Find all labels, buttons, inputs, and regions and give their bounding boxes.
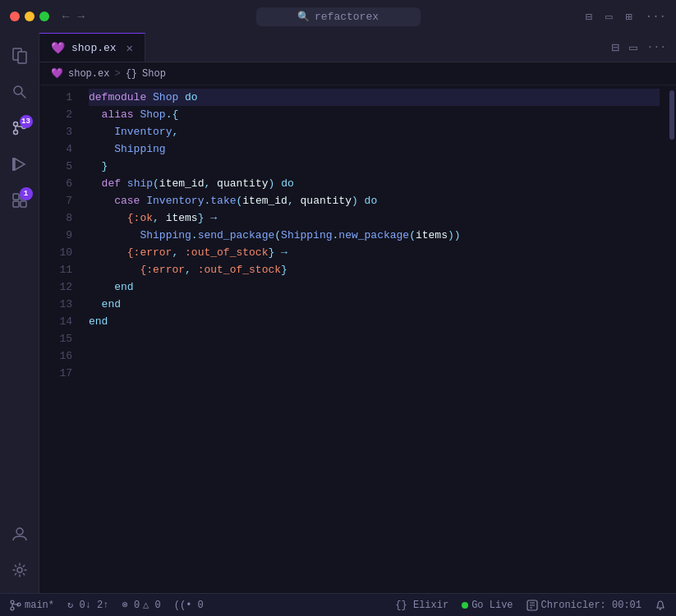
- titlebar: ← → 🔍 refactorex ⊟ ▭ ⊞ ···: [0, 0, 676, 33]
- svg-point-4: [13, 122, 17, 126]
- svg-rect-11: [13, 201, 19, 207]
- split-editor-icon[interactable]: ⊟: [585, 10, 591, 24]
- layout-icon[interactable]: ⊞: [625, 10, 632, 24]
- close-button[interactable]: [10, 11, 20, 21]
- toggle-panel-icon[interactable]: ▭: [629, 39, 637, 56]
- elixir-file-icon: 💜: [51, 41, 65, 55]
- code-editor[interactable]: 1 2 3 4 5 6 7 8 9 10 11 12 13 14 15 16 1…: [39, 85, 676, 593]
- titlebar-actions: ⊟ ▭ ⊞ ···: [585, 10, 666, 24]
- svg-point-13: [16, 528, 23, 535]
- tab-bar-actions: ⊟ ▭ ···: [601, 33, 676, 62]
- code-line-10: Shipping.send_package(Shipping.new_packa…: [89, 227, 660, 244]
- code-line-2: alias Shop.{: [89, 106, 660, 123]
- svg-point-5: [13, 131, 17, 135]
- maximize-button[interactable]: [39, 11, 49, 21]
- tab-label: shop.ex: [71, 42, 117, 54]
- go-live-button[interactable]: Go Live: [462, 600, 513, 611]
- code-line-15: end: [89, 296, 660, 313]
- git-badge: 13: [20, 115, 33, 128]
- minimize-button[interactable]: [25, 11, 34, 21]
- svg-rect-12: [21, 201, 26, 207]
- status-sync[interactable]: ↻ 0↓ 2↑: [67, 599, 108, 611]
- errors-label: ⊗ 0: [122, 599, 140, 611]
- panel-icon[interactable]: ▭: [605, 10, 612, 24]
- breadcrumb-sep1: >: [114, 68, 120, 80]
- run-button[interactable]: [3, 148, 36, 181]
- scrollbar-thumb[interactable]: [669, 90, 674, 140]
- statusbar: main* ↻ 0↓ 2↑ ⊗ 0 △ 0 ((• 0 {} Elixir Go…: [0, 593, 676, 616]
- code-line-5: }: [89, 158, 660, 175]
- svg-point-15: [11, 600, 14, 604]
- status-broadcast[interactable]: ((• 0: [174, 600, 204, 611]
- split-right-icon[interactable]: ⊟: [611, 39, 619, 56]
- tab-bar: 💜 shop.ex ✕ ⊟ ▭ ···: [39, 33, 676, 62]
- nav-controls: ← →: [62, 10, 85, 23]
- traffic-lights: [10, 11, 49, 21]
- more-actions-icon[interactable]: ···: [647, 41, 666, 53]
- breadcrumb-module[interactable]: Shop: [142, 68, 166, 80]
- go-live-label: Go Live: [471, 600, 513, 611]
- svg-line-3: [21, 94, 25, 98]
- code-content[interactable]: defmodule Shop do alias Shop.{ Inventory…: [80, 89, 668, 593]
- search-icon: 🔍: [297, 11, 310, 23]
- svg-marker-7: [15, 159, 25, 170]
- search-button[interactable]: [3, 76, 36, 108]
- sync-label: ↻ 0↓ 2↑: [67, 599, 108, 611]
- code-line-9: {:ok, items} →: [89, 209, 660, 227]
- chronicler-label: Chronicler: 00:01: [541, 600, 642, 611]
- back-button[interactable]: ←: [62, 10, 69, 23]
- search-bar[interactable]: 🔍 refactorex: [256, 7, 421, 26]
- explorer-button[interactable]: [3, 39, 36, 72]
- svg-rect-1: [18, 52, 26, 63]
- code-line-14: end: [89, 278, 660, 296]
- notification-bell[interactable]: [655, 600, 666, 611]
- extensions-button[interactable]: 1: [3, 184, 36, 217]
- settings-button[interactable]: [3, 554, 36, 586]
- main-layout: 13 1: [0, 33, 676, 593]
- code-line-16: end: [89, 313, 660, 330]
- branch-label: main*: [25, 600, 54, 611]
- code-line-4: Shipping: [89, 140, 660, 158]
- forward-button[interactable]: →: [77, 10, 84, 23]
- status-errors[interactable]: ⊗ 0 △ 0: [122, 599, 160, 611]
- code-line-13: {:error, :out_of_stock}: [89, 261, 660, 278]
- broadcast-label: ((• 0: [174, 600, 204, 611]
- account-button[interactable]: [3, 517, 36, 550]
- breadcrumb-file[interactable]: shop.ex: [68, 68, 109, 80]
- line-numbers: 1 2 3 4 5 6 7 8 9 10 11 12 13 14 15 16 1…: [39, 89, 80, 593]
- svg-rect-8: [12, 158, 15, 171]
- git-button[interactable]: 13: [3, 112, 36, 145]
- code-line-12: {:error, :out_of_stock} →: [89, 244, 660, 261]
- svg-rect-9: [13, 194, 19, 200]
- search-text: refactorex: [315, 11, 379, 23]
- breadcrumb-braces: {}: [126, 68, 137, 80]
- chronicler-status[interactable]: Chronicler: 00:01: [527, 600, 642, 611]
- code-line-1: defmodule Shop do: [89, 89, 660, 106]
- status-language[interactable]: {} Elixir: [395, 600, 448, 611]
- code-line-3: Inventory,: [89, 123, 660, 140]
- status-branch[interactable]: main*: [10, 600, 54, 611]
- svg-point-14: [17, 568, 22, 572]
- go-live-dot: [462, 602, 468, 609]
- warnings-label: △ 0: [143, 599, 161, 611]
- svg-point-16: [11, 607, 14, 610]
- scrollbar[interactable]: [668, 89, 676, 593]
- code-line-7: def ship(item_id, quantity) do: [89, 175, 660, 192]
- ext-badge: 1: [20, 187, 33, 200]
- tab-close-button[interactable]: ✕: [126, 41, 133, 55]
- code-line-8: case Inventory.take(item_id, quantity) d…: [89, 192, 660, 209]
- editor-area: 💜 shop.ex ✕ ⊟ ▭ ··· 💜 shop.ex > {} Shop …: [39, 33, 676, 593]
- more-icon[interactable]: ···: [646, 10, 666, 24]
- language-label: {} Elixir: [395, 600, 448, 611]
- breadcrumb: 💜 shop.ex > {} Shop: [39, 62, 676, 85]
- activity-bar: 13 1: [0, 33, 39, 593]
- breadcrumb-file-icon: 💜: [51, 67, 63, 80]
- tab-shop-ex[interactable]: 💜 shop.ex ✕: [39, 33, 145, 62]
- statusbar-right: {} Elixir Go Live Chronicler: 00:01: [395, 600, 666, 611]
